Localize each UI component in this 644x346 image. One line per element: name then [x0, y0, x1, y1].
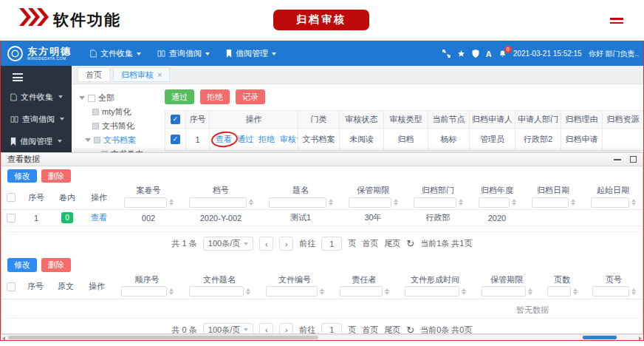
sort-icon[interactable] [169, 199, 174, 206]
prev-page-button[interactable] [259, 237, 273, 251]
last-page-link[interactable]: 尾页 [384, 238, 400, 249]
volume-count-badge[interactable]: 0 [61, 212, 73, 223]
goto-page-input[interactable] [321, 323, 342, 334]
fullscreen-icon[interactable] [442, 50, 451, 58]
goto-page-input[interactable] [321, 237, 342, 251]
delete-button[interactable]: 删除 [41, 169, 71, 183]
filter-input[interactable] [340, 286, 383, 296]
maximize-icon[interactable] [630, 156, 637, 163]
filter-input[interactable] [349, 197, 391, 208]
nav-item-borrow-manage[interactable]: 借阅管理 [218, 41, 284, 66]
view-link[interactable]: 查看 [91, 212, 107, 223]
sort-icon[interactable] [571, 199, 575, 206]
review-record-link[interactable]: 审核记录 [280, 134, 298, 145]
view-link[interactable]: 查看 [216, 134, 232, 145]
filter-input[interactable] [532, 197, 569, 208]
sort-icon[interactable] [459, 199, 463, 206]
tab-home[interactable]: 首页 [78, 67, 110, 82]
sort-icon[interactable] [320, 288, 324, 295]
select-all-checkbox[interactable] [7, 282, 16, 291]
sort-icon[interactable] [385, 288, 389, 295]
select-all-checkbox[interactable] [171, 115, 180, 124]
sort-icon[interactable] [329, 199, 333, 206]
sidebar-item-borrow-manage[interactable]: 借阅管理 [1, 130, 72, 152]
font-size-icon[interactable]: A [486, 50, 492, 58]
next-page-button[interactable] [279, 323, 293, 334]
sidebar-item-query-borrow[interactable]: 查询借阅 [1, 108, 72, 130]
filter-input[interactable] [592, 286, 629, 296]
reject-link[interactable]: 拒绝 [258, 134, 275, 145]
sort-icon[interactable] [394, 199, 398, 206]
filter-input[interactable] [189, 286, 244, 296]
tree-node[interactable]: mty简化 [92, 105, 162, 119]
nav-item-query-borrow[interactable]: 查询借阅 [149, 41, 218, 66]
edit-button[interactable]: 修改 [7, 258, 37, 271]
filter-input[interactable] [269, 197, 326, 208]
user-greeting[interactable]: 你好 部门负责.. [589, 49, 639, 59]
next-page-button[interactable] [279, 237, 293, 251]
empty-state-text: 暂无数据 [516, 305, 549, 316]
checkbox[interactable] [88, 95, 95, 102]
sort-icon[interactable] [246, 288, 250, 295]
bell-icon[interactable]: 0 [499, 50, 507, 58]
hamburger-icon[interactable] [13, 73, 23, 81]
last-page-link[interactable]: 尾页 [384, 325, 400, 334]
first-page-link[interactable]: 首页 [362, 325, 378, 334]
sort-icon[interactable] [512, 199, 516, 206]
filter-input[interactable] [482, 286, 526, 296]
filter-input[interactable] [189, 197, 247, 208]
filter-input[interactable] [414, 197, 456, 208]
sort-icon[interactable] [573, 288, 578, 295]
minimize-icon[interactable] [614, 159, 621, 160]
sort-icon[interactable] [249, 199, 253, 206]
row-checkbox[interactable] [7, 214, 16, 223]
sort-icon[interactable] [631, 288, 636, 295]
pagination-file: 共 0 条 100条/页 前往 页 首页 尾页 当前0条 共0页 [1, 322, 643, 334]
edit-button[interactable]: 修改 [7, 169, 37, 183]
tree-node-root[interactable]: 全部 [79, 91, 162, 105]
record-button[interactable]: 记录 [236, 89, 265, 104]
filter-input[interactable] [547, 286, 571, 296]
refresh-icon[interactable] [406, 238, 414, 249]
caret-down-icon[interactable] [79, 96, 85, 100]
nav-item-file-collect[interactable]: 文件收集 [82, 41, 149, 66]
row-checkbox[interactable] [171, 135, 180, 144]
sort-icon[interactable] [462, 288, 466, 295]
filter-input[interactable] [266, 286, 318, 296]
first-page-link[interactable]: 首页 [362, 238, 378, 249]
scrollbar-thumb[interactable] [8, 336, 318, 339]
tree-node[interactable]: 文书简化 [92, 119, 162, 133]
scroll-left-icon[interactable] [2, 336, 5, 341]
page-size-select[interactable]: 100条/页 [203, 323, 253, 334]
notification-badge: 0 [504, 46, 512, 53]
pager-total: 共 0 条 [172, 325, 197, 334]
tab-archive-review[interactable]: 归档审核 [113, 67, 170, 82]
filter-input[interactable] [591, 197, 629, 208]
select-all-checkbox[interactable] [7, 193, 16, 202]
scroll-right-icon[interactable] [639, 336, 642, 341]
sort-icon[interactable] [528, 288, 532, 295]
chevron-left-icon [265, 240, 268, 248]
refresh-icon[interactable] [406, 325, 414, 334]
pass-button[interactable]: 通过 [165, 89, 194, 104]
sidebar-item-file-collect[interactable]: 文件收集 [1, 86, 72, 108]
pass-link[interactable]: 通过 [237, 134, 253, 145]
logo-chevrons-icon [19, 8, 49, 26]
tree-node-selected[interactable]: 文书档案 [85, 133, 162, 147]
sort-icon[interactable] [631, 199, 636, 206]
star-icon[interactable] [457, 50, 465, 58]
filter-input[interactable] [124, 197, 167, 208]
prev-page-button[interactable] [259, 323, 273, 334]
filter-input[interactable] [405, 286, 459, 296]
sort-icon[interactable] [169, 288, 174, 295]
caret-down-icon[interactable] [85, 138, 91, 142]
menu-icon[interactable] [610, 18, 623, 26]
filter-input[interactable] [121, 286, 167, 296]
close-icon[interactable] [157, 70, 162, 79]
reject-button[interactable]: 拒绝 [200, 89, 230, 104]
page-size-select[interactable]: 100条/页 [203, 237, 253, 251]
delete-button[interactable]: 删除 [41, 258, 71, 271]
shield-icon[interactable] [472, 50, 479, 58]
filter-input[interactable] [479, 197, 510, 208]
horizontal-scrollbar[interactable] [1, 334, 643, 340]
